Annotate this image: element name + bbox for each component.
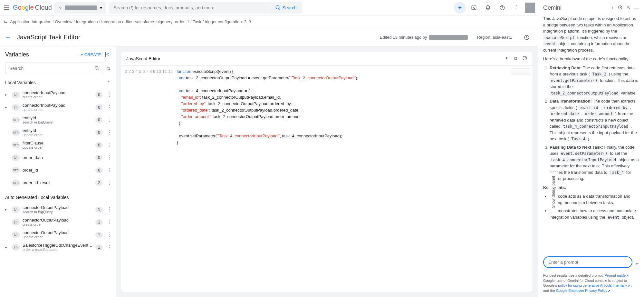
- more-icon[interactable]: ⋮: [105, 128, 113, 137]
- project-selector[interactable]: ⁘ ▾: [54, 2, 106, 14]
- copy-icon[interactable]: ⧉: [514, 55, 517, 62]
- breadcrumb-item[interactable]: Overview: [55, 19, 72, 24]
- prompt-input-container: [543, 256, 632, 268]
- usage-count: 0: [95, 167, 103, 173]
- more-icon[interactable]: ⋮: [105, 230, 113, 239]
- integration-icon: ⇆: [4, 19, 7, 24]
- variable-item[interactable]: ▸ {J} connectorInputPayloadcreate order …: [0, 88, 116, 101]
- variable-subtitle: order created/updated: [23, 248, 93, 252]
- search-button[interactable]: Search: [270, 2, 302, 14]
- more-icon[interactable]: ⋮: [105, 115, 113, 124]
- type-badge: STR: [12, 180, 20, 186]
- usage-count: 0: [95, 130, 103, 135]
- create-variable-button[interactable]: + CREATE: [81, 52, 101, 57]
- more-icon[interactable]: ⋮: [105, 178, 113, 187]
- svg-line-8: [98, 69, 99, 70]
- search-input[interactable]: [109, 5, 270, 10]
- search-icon: [94, 65, 100, 71]
- privacy-policy-link[interactable]: Google Employee Privacy Policy: [556, 289, 610, 292]
- variable-item[interactable]: {J} order_data 0 ⋮: [0, 151, 116, 164]
- expand-icon[interactable]: ▸: [5, 93, 9, 96]
- collapse-panel-icon[interactable]: |<: [104, 50, 111, 59]
- more-icon[interactable]: ⋮: [105, 218, 113, 226]
- more-icon[interactable]: ⋮: [511, 2, 522, 14]
- variable-item[interactable]: STR filterClauseupdate order 0 ⋮: [0, 139, 116, 151]
- notifications-icon[interactable]: [482, 2, 494, 14]
- help-icon[interactable]: [496, 2, 508, 14]
- info-icon[interactable]: [521, 32, 533, 43]
- prompt-guide-link[interactable]: Prompt guide: [605, 273, 629, 277]
- gemini-footer-text: For best results use a detailed prompt. …: [543, 273, 639, 293]
- variable-item[interactable]: ▸ {J} connectorInputPayloadupdate order …: [0, 101, 116, 114]
- variable-subtitle: update order: [23, 108, 93, 112]
- more-icon[interactable]: ⋮: [105, 205, 113, 214]
- gemini-spark-icon[interactable]: ✦: [454, 2, 466, 14]
- more-icon[interactable]: ⋮: [105, 243, 113, 252]
- variable-item[interactable]: STR entityIdupdate order 0 ⋮: [0, 126, 116, 139]
- variable-name: filterClause: [23, 141, 93, 145]
- variable-item[interactable]: ▸ {J} connectorOutputPayloadsearch in Bi…: [0, 203, 116, 216]
- send-icon[interactable]: ➤: [635, 261, 639, 266]
- gemini-suggest-icon[interactable]: ✦: [505, 55, 509, 62]
- variable-item[interactable]: {J} connectorOutputPayloadupdate order 1…: [0, 228, 116, 241]
- help-icon[interactable]: [522, 55, 527, 62]
- expand-icon[interactable]: ▸: [5, 245, 9, 249]
- back-arrow-icon[interactable]: ←: [5, 34, 12, 41]
- auto-variables-header[interactable]: Auto Generated Local Variables: [0, 192, 116, 203]
- svg-point-6: [526, 36, 527, 37]
- editor-title: JavaScript Editor: [126, 56, 505, 61]
- minimize-icon[interactable]: —: [634, 5, 639, 10]
- variable-subtitle: search in BigQuery: [23, 210, 93, 214]
- more-icon[interactable]: ⋮: [105, 141, 113, 149]
- minimap[interactable]: [511, 68, 530, 75]
- more-icon[interactable]: ⋮: [105, 90, 113, 99]
- variable-search[interactable]: [5, 63, 104, 74]
- hamburger-icon[interactable]: [3, 4, 10, 12]
- cloud-shell-icon[interactable]: [468, 2, 480, 14]
- breadcrumb-item[interactable]: Application Integration: [10, 19, 52, 24]
- variable-item[interactable]: ▸ {J} SalesforceTriggerCdcChangeEventHea…: [0, 241, 116, 253]
- gemini-title: Gemini: [543, 5, 607, 11]
- debug-panel-toggle[interactable]: Show debug panel: [549, 172, 558, 212]
- prompt-input[interactable]: [548, 260, 627, 265]
- type-badge: {J}: [12, 219, 20, 225]
- breadcrumb: ⇆ Application Integration / Overview / I…: [0, 15, 538, 28]
- ai-policy-link[interactable]: policy for using generative AI tools int…: [558, 283, 630, 287]
- variable-name: order_data: [23, 155, 93, 160]
- filter-icon[interactable]: ⇅: [107, 66, 111, 71]
- type-badge: {J}: [12, 232, 20, 238]
- project-name-redacted: [65, 5, 97, 10]
- variable-item[interactable]: STR order_id 0 ⋮: [0, 164, 116, 176]
- variable-subtitle: search in BigQuery: [23, 120, 93, 124]
- breadcrumb-item[interactable]: Task / trigger configuration: 3_3: [193, 19, 251, 24]
- google-cloud-logo[interactable]: Google Cloud: [13, 4, 52, 11]
- usage-count: 1: [95, 207, 103, 213]
- more-icon[interactable]: ⋮: [105, 153, 113, 162]
- new-chat-icon[interactable]: +: [611, 5, 614, 10]
- usage-count: 1: [95, 232, 103, 238]
- code-content[interactable]: function executeScript(event) { var task…: [177, 68, 533, 289]
- variable-name: entityId: [23, 128, 93, 133]
- more-icon[interactable]: ⋮: [105, 103, 113, 112]
- code-editor[interactable]: 1 2 3 4 5 6 7 8 9 10 11 12 function exec…: [121, 66, 533, 292]
- variable-item[interactable]: STR order_id_result 2 ⋮: [0, 176, 116, 189]
- expand-icon[interactable]: ▸: [5, 105, 9, 109]
- breadcrumb-item[interactable]: Integrations: [76, 19, 98, 24]
- variable-search-input[interactable]: [9, 66, 94, 71]
- line-numbers: 1 2 3 4 5 6 7 8 9 10 11 12: [121, 68, 177, 289]
- breadcrumb-item[interactable]: Integration editor: salesforce_bigquery_…: [101, 19, 189, 24]
- more-icon[interactable]: ⋮: [105, 166, 113, 174]
- variables-panel: Variables + CREATE |< ⇅ Local Variables⌃…: [0, 46, 116, 297]
- variable-name: connectorOutputPayload: [23, 230, 93, 235]
- expand-icon[interactable]: ▸: [5, 208, 9, 211]
- variable-item[interactable]: {J} connectorOutputPayloadcreate order 1…: [0, 216, 116, 228]
- history-icon[interactable]: [618, 5, 623, 11]
- variable-name: entityId: [23, 115, 93, 120]
- open-external-icon[interactable]: ⇱: [627, 5, 630, 10]
- variable-item[interactable]: STR entityIdsearch in BigQuery 0 ⋮: [0, 114, 116, 126]
- variables-title: Variables: [5, 51, 78, 58]
- search-icon: [275, 5, 281, 11]
- page-title: JavaScript Task Editor: [17, 34, 375, 41]
- account-avatar[interactable]: [525, 3, 535, 13]
- local-variables-header[interactable]: Local Variables⌃: [0, 77, 116, 88]
